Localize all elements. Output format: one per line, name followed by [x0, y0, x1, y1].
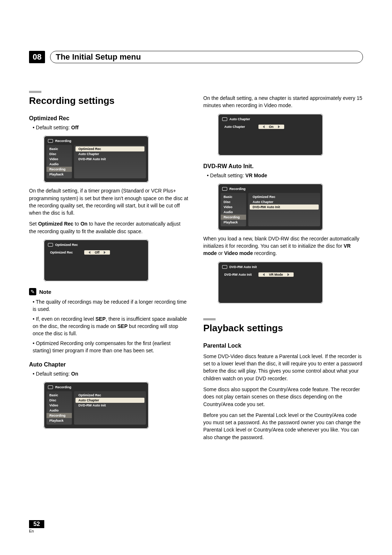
left-column: Recording settings Optimized Rec Default… [29, 91, 189, 445]
osd-recording-dvdrw: Recording Basic Disc Video Audio Recordi… [218, 183, 323, 231]
tv-icon [222, 265, 227, 269]
heading-parental-lock: Parental Lock [203, 343, 363, 349]
right-column: On the default setting, a new chapter is… [203, 91, 363, 445]
section-rule [29, 91, 41, 93]
chapter-title: The Initial Setup menu [56, 52, 141, 62]
osd-dvdrw-value: DVD-RW Auto Init DVD-RW Auto Init VR Mod… [218, 262, 323, 304]
osd-title: Auto Chapter [229, 117, 250, 121]
note-label: Note [39, 289, 51, 295]
osd-sub-optimized: Optimized Rec [75, 146, 144, 151]
osd-item-basic: Basic [46, 146, 72, 151]
osd-autochapter-value-field: On [258, 125, 284, 129]
osd-title: DVD-RW Auto Init [229, 265, 257, 269]
chapter-header: 08 The Initial Setup menu [29, 51, 363, 63]
page-footer: 52 En [29, 520, 44, 533]
osd-title: Recording [229, 187, 246, 191]
osd-item-audio: Audio [46, 162, 72, 167]
tv-icon [48, 139, 53, 143]
osd-sub-autochapter: Auto Chapter [75, 151, 144, 157]
page-number: 52 [29, 520, 44, 528]
osd-opt-label: Optimized Rec [49, 250, 81, 255]
osd-item-recording: Recording [46, 167, 72, 172]
optimized-para1: On the default setting, if a timer progr… [29, 187, 189, 216]
parental-p1: Some DVD-Video discs feature a Parental … [203, 353, 363, 382]
osd-autochapter-value: Auto Chapter Auto Chapter On [218, 114, 323, 156]
page-language: En [29, 529, 44, 533]
optimized-para2: Set Optimized Rec to On to have the reco… [29, 220, 189, 235]
tv-icon [222, 187, 227, 191]
note-bullet-1: The quality of recordings may be reduced… [33, 298, 189, 313]
tv-icon [48, 243, 53, 247]
osd-title: Optimized Rec [55, 243, 78, 247]
default-label: Default setting: [36, 125, 71, 130]
parental-p3: Before you can set the Parental Lock lev… [203, 412, 363, 441]
section-rule [203, 318, 216, 320]
default-setting-autochapter: Default setting: On [33, 370, 189, 377]
osd-dvdrw-label: DVD-RW Auto Init [223, 272, 256, 277]
default-setting-dvdrw: Default setting: VR Mode [207, 172, 363, 179]
tv-icon [48, 385, 53, 389]
osd-item-playback: Playback [46, 172, 72, 177]
osd-recording-optimized: Recording Basic Disc Video Audio Recordi… [44, 135, 149, 183]
osd-opt-value: Off [84, 250, 110, 255]
osd-recording-autochapter: Recording Basic Disc Video Audio Recordi… [44, 382, 149, 429]
note-bullet-2: If, even on recording level SEP, there i… [33, 315, 189, 337]
note-bullet-3: Optimized Recording only compensates for… [33, 340, 189, 355]
auto-chapter-para: On the default setting, a new chapter is… [203, 94, 363, 109]
osd-autochapter-label: Auto Chapter [223, 125, 256, 129]
heading-auto-chapter: Auto Chapter [29, 361, 189, 368]
section-playback-settings: Playback settings [203, 323, 363, 334]
osd-dvdrw-value-field: VR Mode [258, 272, 294, 277]
osd-left-list: Basic Disc Video Audio Recording Playbac… [46, 145, 72, 178]
osd-sub-dvdrw: DVD-RW Auto Init [75, 157, 144, 162]
osd-title: Recording [55, 139, 72, 143]
dvdrw-para: When you load a new, blank DVD-RW disc t… [203, 235, 363, 257]
osd-optimized-value: Optimized Rec Optimized Rec Off [44, 239, 149, 281]
note-heading: ✎ Note [29, 288, 189, 295]
osd-right-list: Optimized Rec Auto Chapter DVD-RW Auto I… [74, 145, 146, 178]
default-value: Off [71, 125, 78, 130]
default-setting-optimized: Default setting: Off [33, 124, 189, 131]
parental-p2: Some discs also support the Country/Area… [203, 386, 363, 408]
chapter-title-bar: The Initial Setup menu [50, 51, 363, 63]
osd-item-video: Video [46, 157, 72, 162]
tv-icon [222, 117, 227, 121]
section-recording-settings: Recording settings [29, 95, 189, 106]
chapter-number: 08 [29, 51, 45, 63]
pencil-icon: ✎ [29, 288, 36, 295]
heading-optimized-rec: Optimized Rec [29, 115, 189, 122]
osd-item-disc: Disc [46, 151, 72, 157]
osd-title: Recording [55, 385, 72, 389]
heading-dvdrw: DVD-RW Auto Init. [203, 163, 363, 170]
